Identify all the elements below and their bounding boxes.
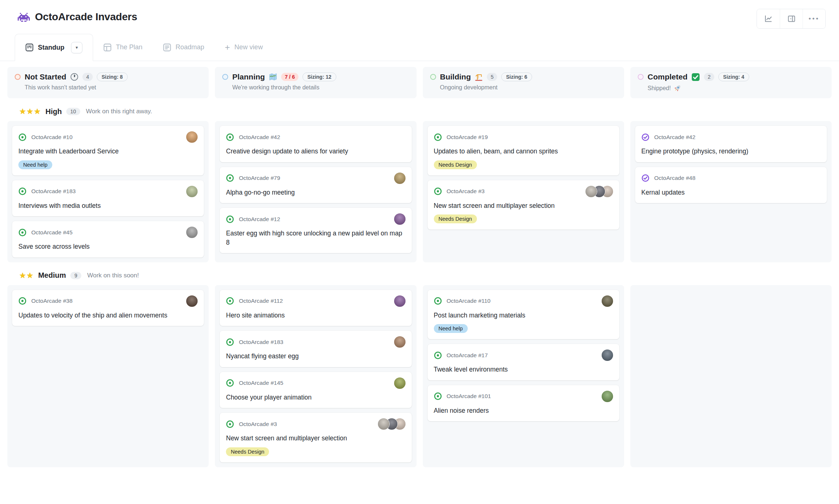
issue-title[interactable]: Updates to velocity of the ship and alie… (18, 311, 198, 320)
issue-id: OctoArcade #3 (239, 421, 277, 427)
issue-title[interactable]: Easter egg with high score unlocking a n… (226, 229, 405, 247)
issue-card[interactable]: OctoArcade #19Updates to alien, beam, an… (428, 126, 619, 175)
avatar (186, 295, 198, 307)
issue-title[interactable]: Kernal updates (641, 188, 821, 197)
assignee-avatars (394, 173, 406, 184)
closed-issue-icon (641, 133, 649, 141)
column-name: Not Started (25, 72, 66, 81)
issue-id: OctoArcade #17 (447, 352, 488, 359)
issue-title[interactable]: Engine prototype (physics, rendering) (641, 147, 821, 156)
issue-title[interactable]: Alien noise renders (434, 406, 613, 415)
cell-medium-not-started: OctoArcade #38Updates to velocity of the… (7, 285, 209, 467)
open-issue-icon (434, 133, 442, 141)
open-issue-icon (226, 338, 234, 346)
issue-card[interactable]: OctoArcade #42Engine prototype (physics,… (635, 126, 827, 162)
column-count: 7 / 6 (281, 73, 298, 81)
open-issue-icon (18, 297, 26, 305)
clock-emoji-icon (70, 73, 78, 81)
tab-standup[interactable]: Standup ▾ (15, 34, 93, 61)
issue-card[interactable]: OctoArcade #112Hero site animations (220, 290, 411, 326)
cell-medium-completed (630, 285, 832, 467)
status-dot (430, 74, 436, 80)
new-view-button[interactable]: + New view (215, 34, 273, 61)
column-headers: Not Started 4 Sizing: 8 This work hasn't… (7, 67, 832, 98)
issue-card[interactable]: OctoArcade #110Post launch marketing mat… (428, 290, 619, 340)
card-header: OctoArcade #3 (226, 418, 405, 430)
assignee-avatars (602, 349, 613, 361)
issue-title[interactable]: New start screen and multiplayer selecti… (226, 434, 405, 443)
open-issue-icon (226, 215, 234, 223)
lane-description: Work on this soon! (87, 272, 139, 279)
column-count: 2 (704, 73, 714, 81)
avatar (602, 391, 613, 402)
card-header: OctoArcade #10 (18, 131, 198, 143)
assignee-avatars (394, 213, 406, 225)
issue-title[interactable]: Tweak level environments (434, 365, 613, 374)
open-issue-icon (434, 187, 442, 195)
issue-card[interactable]: OctoArcade #45Save score across levels (12, 221, 204, 258)
tab-roadmap[interactable]: Roadmap (153, 34, 215, 61)
issue-card[interactable]: OctoArcade #3New start screen and multip… (428, 180, 619, 230)
issue-id: OctoArcade #48 (654, 175, 695, 181)
assignee-avatars (186, 295, 198, 307)
insights-button[interactable] (757, 9, 780, 28)
issue-title[interactable]: Alpha go-no-go meeting (226, 188, 405, 197)
avatar (394, 173, 406, 184)
assignee-avatars (186, 227, 198, 238)
issue-card[interactable]: OctoArcade #12Easter egg with high score… (220, 208, 411, 253)
lane-header-medium[interactable]: ★★Medium9Work on this soon! (7, 262, 832, 285)
issue-title[interactable]: Hero site animations (226, 311, 405, 320)
avatar (186, 186, 198, 197)
project-board-icon (25, 43, 33, 52)
issue-id: OctoArcade #19 (447, 134, 488, 141)
cell-high-not-started: OctoArcade #10Integrate with Leaderboard… (7, 121, 209, 262)
issue-title[interactable]: New start screen and multiplayer selecti… (434, 201, 613, 210)
lane-high-grid: OctoArcade #10Integrate with Leaderboard… (7, 121, 832, 262)
column-count: 4 (82, 73, 93, 81)
avatar (602, 295, 613, 307)
issue-title[interactable]: Updates to alien, beam, and cannon sprit… (434, 147, 613, 156)
more-options-button[interactable]: ••• (803, 9, 825, 28)
issue-title[interactable]: Integrate with Leaderboard Service (18, 147, 198, 156)
swimlanes: ★★★High10Work on this right away.OctoArc… (7, 98, 832, 467)
issue-id: OctoArcade #145 (239, 380, 283, 386)
assignee-avatars (394, 377, 406, 389)
issue-card[interactable]: OctoArcade #101Alien noise renders (428, 385, 619, 422)
avatar (394, 295, 406, 307)
issue-card[interactable]: OctoArcade #38Updates to velocity of the… (12, 290, 204, 326)
issue-title[interactable]: Nyancat flying easter egg (226, 352, 405, 361)
issue-card[interactable]: OctoArcade #10Integrate with Leaderboard… (12, 126, 204, 175)
space-invader-emoji-icon (18, 13, 30, 22)
issue-card[interactable]: OctoArcade #79Alpha go-no-go meeting (220, 167, 411, 203)
lane-medium-grid: OctoArcade #38Updates to velocity of the… (7, 285, 832, 467)
issue-card[interactable]: OctoArcade #183Nyancat flying easter egg (220, 331, 411, 367)
issue-card[interactable]: OctoArcade #3New start screen and multip… (220, 413, 411, 462)
sizing-badge: Sizing: 4 (718, 72, 749, 81)
column-header-completed: Completed 2 Sizing: 4 Shipped! (630, 67, 832, 98)
side-panel-button[interactable] (780, 9, 803, 28)
issue-card[interactable]: OctoArcade #145Choose your player animat… (220, 372, 411, 408)
issue-card[interactable]: OctoArcade #42Creative design update to … (220, 126, 411, 162)
column-description: Ongoing development (440, 84, 498, 91)
issue-title[interactable]: Creative design update to aliens for var… (226, 147, 405, 156)
issue-card[interactable]: OctoArcade #183Interviews with media out… (12, 180, 204, 217)
issue-id: OctoArcade #183 (239, 339, 283, 345)
open-issue-icon (434, 351, 442, 359)
tab-the-plan[interactable]: The Plan (93, 34, 153, 61)
column-name: Completed (648, 72, 688, 81)
issue-card[interactable]: OctoArcade #17Tweak level environments (428, 344, 619, 380)
issue-card[interactable]: OctoArcade #48Kernal updates (635, 167, 827, 203)
issue-title[interactable]: Interviews with media outlets (18, 201, 198, 210)
issue-title[interactable]: Choose your player animation (226, 393, 405, 402)
world-map-emoji-icon (269, 73, 277, 81)
issue-title[interactable]: Save score across levels (18, 242, 198, 251)
issue-id: OctoArcade #12 (239, 216, 280, 223)
lane-header-high[interactable]: ★★★High10Work on this right away. (7, 98, 832, 121)
avatar (585, 186, 597, 197)
issue-title[interactable]: Post launch marketing materials (434, 311, 613, 320)
view-options-caret[interactable]: ▾ (71, 42, 82, 53)
issue-id: OctoArcade #110 (447, 298, 491, 304)
check-mark-emoji-icon (691, 73, 700, 81)
label-pill: Needs Design (434, 160, 477, 169)
issue-id: OctoArcade #79 (239, 175, 280, 181)
